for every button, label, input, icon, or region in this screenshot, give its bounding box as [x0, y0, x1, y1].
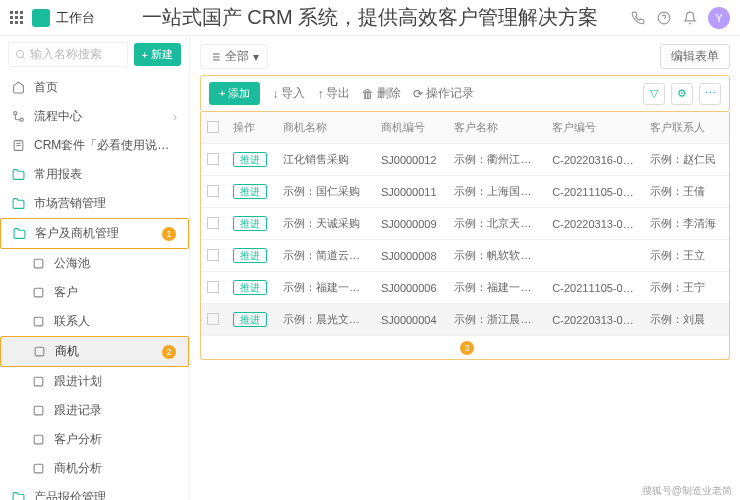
- cell-contact: 示例：王立: [644, 240, 729, 272]
- cell-name: 江化销售采购: [277, 144, 375, 176]
- cell-contact: 示例：刘晨: [644, 304, 729, 336]
- phone-icon[interactable]: [630, 10, 646, 26]
- bell-icon[interactable]: [682, 10, 698, 26]
- chevron-right-icon: ›: [173, 110, 177, 124]
- sidebar-item-8[interactable]: 联系人: [0, 307, 189, 336]
- table-row[interactable]: 推进示例：国仁采购SJ0000011示例：上海国仁有限...C-20211105…: [201, 176, 729, 208]
- row-checkbox[interactable]: [207, 217, 219, 229]
- sidebar-item-label: 客户: [54, 284, 177, 301]
- row-checkbox[interactable]: [207, 249, 219, 261]
- table-row[interactable]: 推进示例：晨光文具设备...SJ0000004示例：浙江晨光文具...C-202…: [201, 304, 729, 336]
- advance-button[interactable]: 推进: [233, 248, 267, 263]
- svg-point-3: [14, 111, 17, 114]
- col-header-4: 客户名称: [448, 112, 546, 144]
- row-checkbox[interactable]: [207, 313, 219, 325]
- help-icon[interactable]: [656, 10, 672, 26]
- folder-icon: [12, 197, 26, 211]
- sidebar-item-4[interactable]: 市场营销管理: [0, 189, 189, 218]
- table-row[interactable]: 推进江化销售采购SJ0000012示例：衢州江化集团C-20220316-000…: [201, 144, 729, 176]
- col-header-3: 商机编号: [375, 112, 449, 144]
- table-row[interactable]: 推进示例：天诚采购SJ0000009示例：北京天诚软件...C-20220313…: [201, 208, 729, 240]
- advance-button[interactable]: 推进: [233, 280, 267, 295]
- sidebar-item-0[interactable]: 首页: [0, 73, 189, 102]
- export-button[interactable]: ↑ 导出: [317, 85, 350, 102]
- col-header-1: 操作: [227, 112, 277, 144]
- sub-icon: [32, 433, 46, 447]
- sidebar-item-5[interactable]: 客户及商机管理1: [0, 218, 189, 249]
- delete-button[interactable]: 🗑 删除: [362, 85, 401, 102]
- sidebar-item-14[interactable]: 产品报价管理: [0, 483, 189, 500]
- search-placeholder: 输入名称搜索: [30, 46, 102, 63]
- sidebar-item-1[interactable]: 流程中心›: [0, 102, 189, 131]
- cell-name: 示例：国仁采购: [277, 176, 375, 208]
- view-label: 全部: [225, 48, 249, 65]
- advance-button[interactable]: 推进: [233, 152, 267, 167]
- chevron-down-icon: ▾: [253, 50, 259, 64]
- table-row[interactable]: 推进示例：福建一高3月订单SJ0000006示例：福建一高集团C-2021110…: [201, 272, 729, 304]
- sidebar-item-12[interactable]: 客户分析: [0, 425, 189, 454]
- cell-cust: 示例：衢州江化集团: [448, 144, 546, 176]
- advance-button[interactable]: 推进: [233, 184, 267, 199]
- apps-icon[interactable]: [10, 11, 24, 25]
- sub-icon: [32, 315, 46, 329]
- sidebar-item-7[interactable]: 客户: [0, 278, 189, 307]
- cell-code: SJ0000012: [375, 144, 449, 176]
- cell-code: SJ0000004: [375, 304, 449, 336]
- list-icon: [209, 51, 221, 63]
- step-badge-3: 3: [460, 341, 474, 355]
- more-button[interactable]: ⋯: [699, 83, 721, 105]
- cell-ccode: C-20220313-0000004: [546, 304, 644, 336]
- log-button[interactable]: ⟳ 操作记录: [413, 85, 474, 102]
- workspace-label[interactable]: 工作台: [56, 9, 95, 27]
- svg-point-1: [16, 50, 23, 57]
- sidebar-item-label: 产品报价管理: [34, 489, 177, 500]
- data-table: 操作商机名称商机编号客户名称客户编号客户联系人 推进江化销售采购SJ000001…: [200, 112, 730, 360]
- row-checkbox[interactable]: [207, 153, 219, 165]
- home-icon: [12, 81, 26, 95]
- cell-cust: 示例：福建一高集团: [448, 272, 546, 304]
- sidebar-item-label: 公海池: [54, 255, 177, 272]
- cell-name: 示例：天诚采购: [277, 208, 375, 240]
- sidebar-item-10[interactable]: 跟进计划: [0, 367, 189, 396]
- search-icon: [15, 49, 26, 60]
- doc-icon: [12, 139, 26, 153]
- settings-button[interactable]: ⚙: [671, 83, 693, 105]
- row-checkbox[interactable]: [207, 185, 219, 197]
- add-button[interactable]: + 添加: [209, 82, 260, 105]
- advance-button[interactable]: 推进: [233, 312, 267, 327]
- cell-code: SJ0000008: [375, 240, 449, 272]
- cell-ccode: C-20220313-0000002: [546, 208, 644, 240]
- page-headline: 一站式国产 CRM 系统，提供高效客户管理解决方案: [142, 4, 599, 31]
- sidebar-item-6[interactable]: 公海池: [0, 249, 189, 278]
- col-header-2: 商机名称: [277, 112, 375, 144]
- sidebar-item-9[interactable]: 商机2: [0, 336, 189, 367]
- row-checkbox[interactable]: [207, 281, 219, 293]
- sub-icon: [32, 404, 46, 418]
- cell-contact: 示例：王倩: [644, 176, 729, 208]
- new-button[interactable]: +新建: [134, 43, 181, 66]
- search-input[interactable]: 输入名称搜索: [8, 42, 128, 67]
- svg-rect-8: [34, 259, 43, 268]
- table-row[interactable]: 推进示例：简道云采购SJ0000008示例：帆软软件有限公司示例：王立: [201, 240, 729, 272]
- avatar[interactable]: Y: [708, 7, 730, 29]
- sidebar-item-label: 首页: [34, 79, 177, 96]
- filter-button[interactable]: ▽: [643, 83, 665, 105]
- select-all-checkbox[interactable]: [207, 121, 219, 133]
- advance-button[interactable]: 推进: [233, 216, 267, 231]
- col-header-5: 客户编号: [546, 112, 644, 144]
- svg-rect-14: [34, 435, 43, 444]
- cell-code: SJ0000006: [375, 272, 449, 304]
- sidebar-item-label: 联系人: [54, 313, 177, 330]
- sidebar-item-3[interactable]: 常用报表: [0, 160, 189, 189]
- flow-icon: [12, 110, 26, 124]
- sidebar-item-2[interactable]: CRM套件「必看使用说明」: [0, 131, 189, 160]
- svg-rect-9: [34, 288, 43, 297]
- sidebar-item-13[interactable]: 商机分析: [0, 454, 189, 483]
- logo-icon: [32, 9, 50, 27]
- import-button[interactable]: ↓ 导入: [272, 85, 305, 102]
- sidebar-item-11[interactable]: 跟进记录: [0, 396, 189, 425]
- edit-form-button[interactable]: 编辑表单: [660, 44, 730, 69]
- cell-ccode: C-20220316-0000001: [546, 144, 644, 176]
- sidebar-item-label: 客户分析: [54, 431, 177, 448]
- view-selector[interactable]: 全部 ▾: [200, 44, 268, 69]
